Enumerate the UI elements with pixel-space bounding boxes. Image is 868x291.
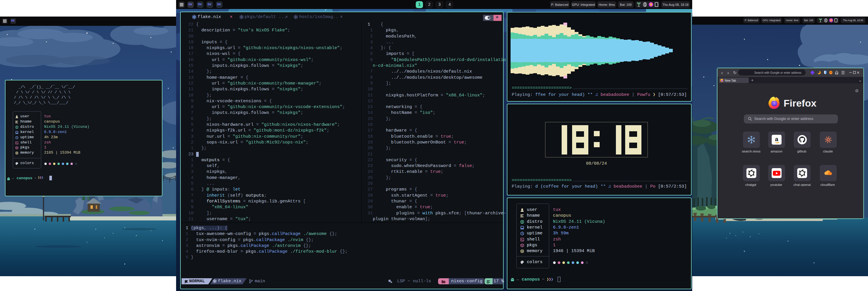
svg-text:a: a	[775, 136, 778, 142]
